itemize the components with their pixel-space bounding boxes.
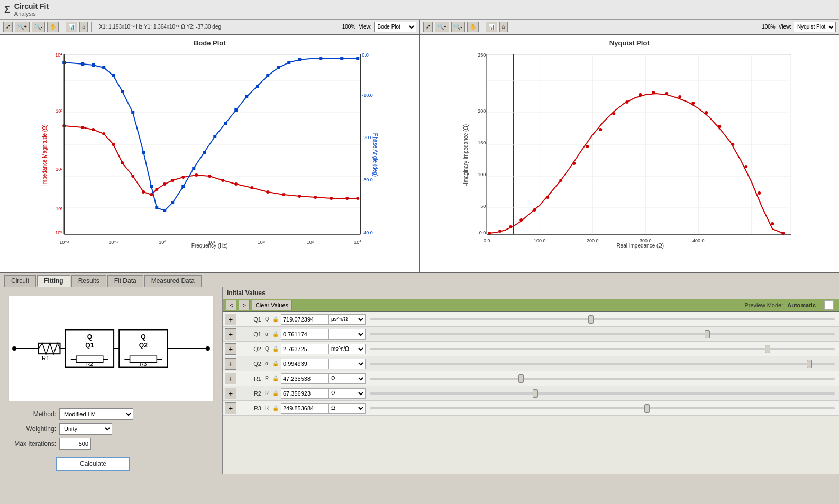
sigma-icon: Σ <box>4 4 10 15</box>
svg-text:10²: 10² <box>56 167 62 172</box>
param-lock-icon[interactable]: 🔒 <box>272 375 281 381</box>
param-add-btn[interactable]: + <box>225 388 236 399</box>
preview-checkbox[interactable] <box>824 300 834 310</box>
param-value-input[interactable] <box>281 388 329 399</box>
param-add-btn[interactable]: + <box>225 402 236 414</box>
tab-fitting[interactable]: Fitting <box>37 275 70 287</box>
data-btn-r[interactable]: 📊 <box>486 22 497 32</box>
data-btn[interactable]: 📊 <box>66 22 77 32</box>
nyquist-svg: -Imaginary Impedance (Ω) Real Impedance … <box>424 49 835 250</box>
tab-results[interactable]: Results <box>71 275 106 287</box>
param-unit-select[interactable]: ΩmΩkΩ <box>329 373 366 384</box>
zoom-fit-btn[interactable]: ⤢ <box>3 22 13 32</box>
max-iter-input[interactable] <box>59 438 91 450</box>
param-add-btn[interactable]: + <box>225 358 236 370</box>
param-add-btn[interactable]: + <box>225 314 236 325</box>
param-add-btn[interactable]: + <box>225 328 236 340</box>
sep3 <box>482 22 482 32</box>
weighting-select[interactable]: Unity Modulus Proportional <box>59 423 112 435</box>
calculate-button[interactable]: Calculate <box>56 457 130 471</box>
param-slider-thumb[interactable] <box>533 389 538 398</box>
param-slider-container <box>366 392 839 395</box>
param-value-input[interactable] <box>281 359 329 369</box>
svg-point-117 <box>625 100 628 104</box>
bode-plot-title: Bode Plot <box>4 39 415 47</box>
initial-values-header: Initial Values <box>223 287 839 299</box>
view-select-right[interactable]: Nyquist Plot Bode Plot <box>794 22 836 32</box>
param-unit-select[interactable]: ΩmΩkΩ <box>329 388 366 399</box>
param-slider-thumb[interactable] <box>807 360 812 368</box>
param-slider-thumb[interactable] <box>588 315 594 324</box>
svg-point-127 <box>758 191 761 195</box>
param-value-input[interactable] <box>281 373 329 384</box>
param-type-label: R <box>265 375 272 381</box>
param-add-btn[interactable]: + <box>225 343 236 355</box>
param-slider-thumb[interactable] <box>765 345 770 353</box>
bode-plot-area[interactable]: Impedance Magnitude (Ω) Phase Angle (deg… <box>4 49 415 250</box>
bode-plot-panel: Bode Plot Impedance Magnitude (Ω) Phase … <box>0 35 420 272</box>
right-toolbar: ⤢ 🔍+ 🔍- ✋ 📊 ⌂ 100% View: Nyquist Plot Bo… <box>420 20 840 34</box>
pan-btn[interactable]: ✋ <box>47 22 59 32</box>
svg-point-122 <box>691 102 695 105</box>
cursor-info: X1: 1.193x10⁻² Hz Y1: 1.364x10⁺¹ Ω Y2: -… <box>99 24 340 30</box>
zoom-out-btn-r[interactable]: 🔍- <box>451 22 464 32</box>
svg-text:10³: 10³ <box>307 240 314 245</box>
tab-circuit[interactable]: Circuit <box>4 275 36 287</box>
param-value-input[interactable] <box>281 344 329 354</box>
prev-btn[interactable]: < <box>226 300 236 310</box>
param-lock-icon[interactable]: 🔒 <box>272 405 281 411</box>
max-iter-row: Max Iterations: <box>8 438 214 450</box>
svg-text:-10.0: -10.0 <box>362 93 373 98</box>
param-add-btn[interactable]: + <box>225 373 236 384</box>
param-slider-thumb[interactable] <box>705 330 710 338</box>
zoom-fit-btn-r[interactable]: ⤢ <box>423 22 433 32</box>
svg-text:Real Impedance (Ω): Real Impedance (Ω) <box>616 243 664 249</box>
param-lock-icon[interactable]: 🔒 <box>272 361 281 366</box>
param-lock-icon[interactable]: 🔒 <box>272 331 281 337</box>
next-btn[interactable]: > <box>239 300 249 310</box>
svg-rect-70 <box>256 85 259 88</box>
zoom-out-btn[interactable]: 🔍- <box>32 22 45 32</box>
param-lock-icon[interactable]: 🔒 <box>272 346 281 352</box>
param-slider-thumb[interactable] <box>644 404 650 413</box>
svg-point-28 <box>92 128 95 131</box>
app-subtitle: Analysis <box>14 11 49 17</box>
param-lock-icon[interactable]: 🔒 <box>272 390 281 396</box>
svg-text:0.0: 0.0 <box>483 238 490 243</box>
svg-rect-57 <box>131 111 134 114</box>
home-btn-r[interactable]: ⌂ <box>499 22 508 32</box>
zoom-in-btn[interactable]: 🔍+ <box>15 22 30 32</box>
param-value-input[interactable] <box>281 403 329 414</box>
tab-measured-data[interactable]: Measured Data <box>144 275 202 287</box>
view-select-left[interactable]: Bode Plot Nyquist Plot <box>374 22 416 32</box>
svg-point-153 <box>12 346 16 351</box>
param-slider-track <box>370 378 835 380</box>
param-unit-select[interactable]: µs^n/Ωms^n/Ωs^n/Ω <box>329 344 366 354</box>
param-lock-icon[interactable]: 🔒 <box>272 316 281 322</box>
param-value-input[interactable] <box>281 329 329 340</box>
param-unit-select[interactable]: normalized <box>329 359 366 369</box>
pan-btn-r[interactable]: ✋ <box>467 22 479 32</box>
param-unit-select[interactable]: µs^n/Ωms^n/Ωs^n/Ω <box>329 314 366 325</box>
tab-fit-data[interactable]: Fit Data <box>107 275 143 287</box>
nyquist-plot-area[interactable]: -Imaginary Impedance (Ω) Real Impedance … <box>424 49 835 250</box>
svg-point-125 <box>731 143 734 146</box>
app-title: Circuit Fit <box>14 2 49 11</box>
param-row: +R3:R🔒ΩmΩkΩ <box>223 401 839 416</box>
svg-point-35 <box>155 188 158 191</box>
zoom-in-btn-r[interactable]: 🔍+ <box>435 22 450 32</box>
method-select[interactable]: Modified LM Simplex <box>59 408 133 420</box>
svg-rect-61 <box>163 209 166 212</box>
param-unit-select[interactable]: ΩmΩkΩ <box>329 403 366 414</box>
svg-text:10²: 10² <box>258 240 265 245</box>
param-unit-select[interactable]: normalized <box>329 329 366 340</box>
clear-values-btn[interactable]: Clear Values <box>252 300 292 310</box>
param-slider-thumb[interactable] <box>518 374 524 383</box>
param-value-input[interactable] <box>281 314 329 325</box>
svg-point-107 <box>498 230 501 233</box>
param-slider-track <box>370 407 835 409</box>
svg-point-121 <box>678 95 681 98</box>
svg-text:10¹: 10¹ <box>208 240 215 245</box>
svg-text:-20.0: -20.0 <box>362 135 373 140</box>
home-btn[interactable]: ⌂ <box>79 22 88 32</box>
